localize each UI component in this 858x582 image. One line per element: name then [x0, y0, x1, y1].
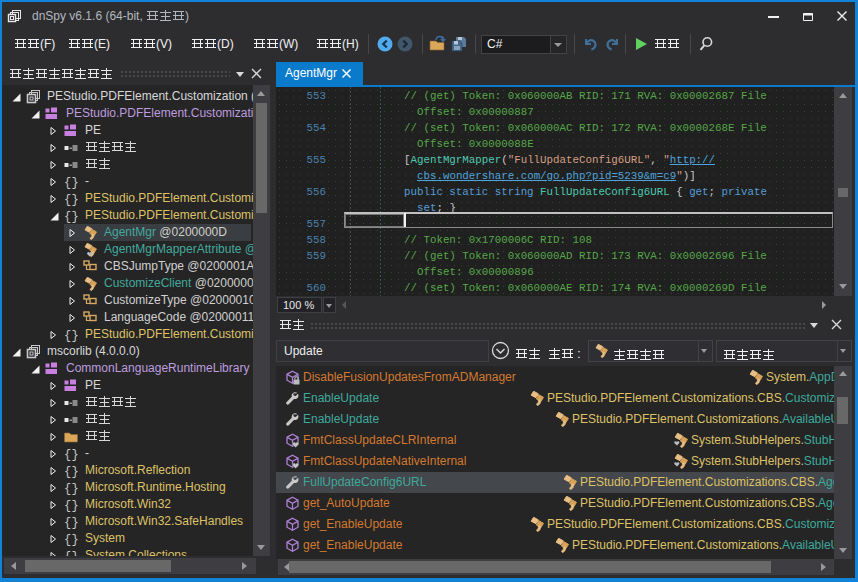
svg-text:}: } [72, 550, 79, 556]
svg-text:{: { [64, 329, 71, 342]
svg-text:{: { [64, 193, 71, 206]
svg-text:}: } [72, 210, 79, 223]
svg-text:}: } [72, 176, 79, 189]
svg-text:}: } [72, 499, 79, 512]
svg-text:}: } [72, 482, 79, 495]
svg-text:{: { [64, 448, 71, 461]
svg-text:{: { [64, 533, 71, 546]
svg-text:}: } [72, 516, 79, 529]
svg-text:}: } [72, 193, 79, 206]
svg-text:{: { [64, 176, 71, 189]
svg-text:}: } [72, 465, 79, 478]
svg-text:{: { [64, 210, 71, 223]
svg-text:{: { [64, 499, 71, 512]
svg-text:{: { [64, 516, 71, 529]
svg-text:}: } [72, 329, 79, 342]
svg-text:}: } [72, 533, 79, 546]
svg-text:{: { [64, 465, 71, 478]
svg-text:{: { [64, 550, 71, 556]
svg-text:{: { [64, 482, 71, 495]
svg-text:}: } [72, 448, 79, 461]
